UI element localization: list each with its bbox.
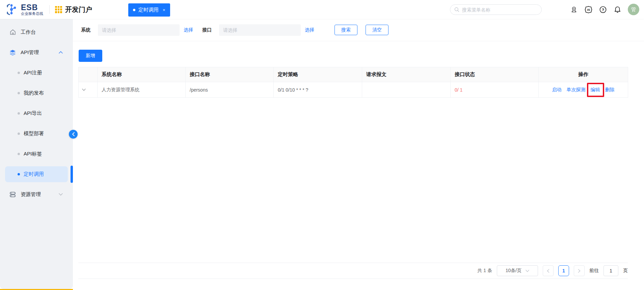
page-size-select[interactable]: 10条/页 <box>497 265 538 276</box>
layers-icon <box>9 49 16 56</box>
help-icon[interactable]: ? <box>599 5 607 14</box>
pagination-bar: 共 1 条 10条/页 1 前往 页 <box>78 263 628 279</box>
sidebar-item-label: API注册 <box>24 70 42 76</box>
sidebar-item-api-management[interactable]: API管理 <box>0 42 73 63</box>
chevron-up-icon <box>59 51 63 54</box>
goto-page-input[interactable] <box>603 265 618 276</box>
logo-subtitle: 企业服务总线 <box>21 12 43 16</box>
current-page-button[interactable]: 1 <box>558 265 569 276</box>
col-system-name: 系统名称 <box>98 67 186 82</box>
sidebar-item-label: 定时调用 <box>24 171 44 177</box>
sidebar-collapse-button[interactable] <box>69 130 78 139</box>
bullet-icon <box>18 132 20 135</box>
menu-search-input[interactable] <box>462 7 530 13</box>
bullet-icon <box>18 72 20 74</box>
sidebar-item-label: 资源管理 <box>21 191 41 198</box>
search-button[interactable]: 搜索 <box>334 25 357 35</box>
chevron-down-icon <box>59 193 63 196</box>
table-row: 人力资源管理系统 /persons 0/1 0/10 * * * ? 0/ 1 … <box>79 82 628 98</box>
tab-label: 定时调用 <box>138 7 159 13</box>
sidebar-item-label: 模型部署 <box>24 130 44 137</box>
add-button[interactable]: 新增 <box>79 50 102 62</box>
single-probe-action-link[interactable]: 单次探测 <box>567 87 586 93</box>
page-size-value: 10条/页 <box>506 268 521 274</box>
app-logo[interactable]: ESB 企业服务总线 <box>0 3 43 16</box>
next-page-button[interactable] <box>574 265 585 276</box>
bullet-icon <box>18 112 20 115</box>
active-menu-accent-bar <box>71 166 73 183</box>
header-divider <box>49 5 50 14</box>
chevron-left-icon <box>547 269 549 273</box>
home-icon <box>9 29 16 36</box>
cell-request-body <box>362 82 451 98</box>
col-actions: 操作 <box>539 67 628 82</box>
chevron-down-icon <box>526 270 529 272</box>
pagination-total: 共 1 条 <box>477 268 492 274</box>
interface-choose-link[interactable]: 选择 <box>305 27 314 33</box>
location-icon[interactable] <box>570 5 578 14</box>
goto-label: 前往 <box>589 268 599 274</box>
cell-interface-name: /persons <box>186 82 274 98</box>
col-request-body: 请求报文 <box>362 67 451 82</box>
sidebar-item-api-tags[interactable]: API标签 <box>0 144 73 164</box>
prev-page-button[interactable] <box>543 265 554 276</box>
portal-title-group: 开发门户 <box>55 5 92 14</box>
system-filter-label: 系统 <box>81 27 90 33</box>
sidebar-item-model-deploy[interactable]: 模型部署 <box>0 123 73 144</box>
scheduled-call-table: 系统名称 接口名称 定时策略 请求报文 接口状态 操作 人力资源管理系统 <box>78 67 628 263</box>
status-value: 0/ 1 <box>455 87 462 93</box>
system-choose-link[interactable]: 选择 <box>184 27 193 33</box>
main-content: 系统 选择 接口 选择 搜索 清空 新增 系统名称 接口名称 定时策略 请求报文… <box>73 19 644 290</box>
logo-title: ESB <box>21 3 43 11</box>
delete-action-link[interactable]: 删除 <box>605 87 615 93</box>
sidebar-item-label: API标签 <box>24 151 42 157</box>
app-header: ESB 企业服务总线 开发门户 定时调用 × <box>0 0 644 19</box>
menu-search-box[interactable] <box>450 4 542 15</box>
sidebar-item-api-register[interactable]: API注册 <box>0 63 73 83</box>
sidebar-item-label: 工作台 <box>21 29 36 35</box>
sidebar-item-workbench[interactable]: 工作台 <box>0 22 73 42</box>
row-expand-toggle[interactable] <box>79 82 98 98</box>
tab-active-dot <box>133 9 135 11</box>
start-action-link[interactable]: 启动 <box>552 87 562 93</box>
bullet-icon <box>18 173 20 175</box>
portal-title: 开发门户 <box>65 5 92 14</box>
page-unit-label: 页 <box>623 268 628 274</box>
bullet-icon <box>18 153 20 155</box>
ai-assistant-icon[interactable]: AI <box>584 5 592 14</box>
svg-text:?: ? <box>601 7 604 11</box>
sidebar-item-my-publish[interactable]: 我的发布 <box>0 83 73 103</box>
user-avatar[interactable]: 管 <box>628 4 639 15</box>
sidebar-item-label: 我的发布 <box>24 90 44 96</box>
chevron-left-icon <box>72 132 75 136</box>
sidebar-item-resource-management[interactable]: 资源管理 <box>0 184 73 204</box>
cell-interface-status: 0/ 1 <box>451 82 539 98</box>
system-select-input[interactable] <box>98 24 180 36</box>
portal-grid-icon <box>55 6 62 13</box>
bullet-icon <box>18 92 20 94</box>
expand-column-header <box>79 67 98 82</box>
clear-button[interactable]: 清空 <box>366 25 388 35</box>
sidebar-item-api-export[interactable]: API导出 <box>0 103 73 123</box>
tab-close-icon[interactable]: × <box>163 7 165 13</box>
interface-filter-label: 接口 <box>202 27 212 33</box>
cell-actions: 启动 单次探测 编辑 删除 <box>539 82 628 98</box>
col-interface-status: 接口状态 <box>451 67 539 82</box>
notification-bell-icon[interactable] <box>613 5 621 14</box>
filter-bar: 系统 选择 接口 选择 搜索 清空 <box>73 19 644 41</box>
chevron-right-icon <box>578 269 581 273</box>
svg-text:AI: AI <box>587 8 590 11</box>
cell-system-name: 人力资源管理系统 <box>98 82 186 98</box>
server-icon <box>9 191 16 198</box>
edit-action-link[interactable]: 编辑 <box>591 87 600 93</box>
chevron-down-icon <box>82 89 86 91</box>
sidebar-item-label: API管理 <box>21 49 39 56</box>
interface-select-input[interactable] <box>219 24 301 36</box>
esb-logo-icon <box>5 3 18 16</box>
sidebar-item-scheduled-call-active[interactable]: 定时调用 <box>5 166 68 182</box>
col-interface-name: 接口名称 <box>186 67 274 82</box>
tab-scheduled-call[interactable]: 定时调用 × <box>128 3 170 17</box>
col-cron-policy: 定时策略 <box>274 67 362 82</box>
search-icon <box>454 7 459 12</box>
table-header-row: 系统名称 接口名称 定时策略 请求报文 接口状态 操作 <box>79 67 628 82</box>
